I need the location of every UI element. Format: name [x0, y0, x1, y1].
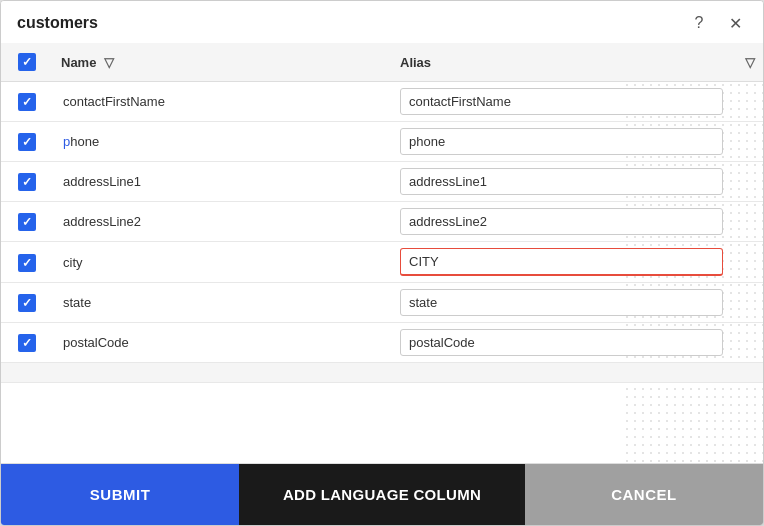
row-checkbox[interactable]	[18, 93, 36, 111]
header-actions: ? ✕	[687, 11, 747, 35]
alias-input[interactable]	[400, 88, 723, 115]
table-scroll[interactable]: Name ▽ Alias ▽ contactFirstNamephoneaddr…	[1, 43, 763, 463]
row-checkbox[interactable]	[18, 294, 36, 312]
row-name: phone	[53, 122, 392, 162]
row-name: postalCode	[53, 323, 392, 363]
table-row: state	[1, 283, 763, 323]
submit-button[interactable]: SUBMIT	[1, 464, 239, 525]
alias-input[interactable]	[400, 248, 723, 276]
row-name: addressLine1	[53, 162, 392, 202]
close-button[interactable]: ✕	[723, 11, 747, 35]
row-checkbox[interactable]	[18, 173, 36, 191]
table-row: addressLine1	[1, 162, 763, 202]
partial-row	[1, 363, 763, 383]
table-container: Name ▽ Alias ▽ contactFirstNamephoneaddr…	[1, 43, 763, 463]
dialog: customers ? ✕	[0, 0, 764, 526]
name-filter-icon[interactable]: ▽	[104, 55, 114, 70]
row-checkbox[interactable]	[18, 133, 36, 151]
row-alias-cell	[392, 82, 731, 122]
dialog-header: customers ? ✕	[1, 1, 763, 43]
row-name: city	[53, 242, 392, 283]
row-alias-cell	[392, 323, 731, 363]
alias-input[interactable]	[400, 168, 723, 195]
row-alias-cell	[392, 122, 731, 162]
row-checkbox[interactable]	[18, 213, 36, 231]
dialog-footer: SUBMIT ADD LANGUAGE COLUMN CANCEL	[1, 463, 763, 525]
alias-input[interactable]	[400, 208, 723, 235]
alias-input[interactable]	[400, 128, 723, 155]
row-alias-cell	[392, 242, 731, 283]
row-checkbox[interactable]	[18, 334, 36, 352]
row-alias-cell	[392, 162, 731, 202]
cancel-button[interactable]: CANCEL	[525, 464, 763, 525]
table-row: postalCode	[1, 323, 763, 363]
row-alias-cell	[392, 283, 731, 323]
dialog-title: customers	[17, 14, 98, 32]
row-name: addressLine2	[53, 202, 392, 242]
row-name: state	[53, 283, 392, 323]
col-header-name: Name ▽	[53, 43, 392, 82]
table-row: addressLine2	[1, 202, 763, 242]
alias-input[interactable]	[400, 289, 723, 316]
add-language-column-button[interactable]: ADD LANGUAGE COLUMN	[239, 464, 525, 525]
columns-table: Name ▽ Alias ▽ contactFirstNamephoneaddr…	[1, 43, 763, 383]
table-row: contactFirstName	[1, 82, 763, 122]
row-name: contactFirstName	[53, 82, 392, 122]
alias-input[interactable]	[400, 329, 723, 356]
col-header-alias: Alias	[392, 43, 731, 82]
row-alias-cell	[392, 202, 731, 242]
row-checkbox[interactable]	[18, 254, 36, 272]
table-row: city	[1, 242, 763, 283]
alias-filter-icon[interactable]: ▽	[745, 55, 755, 70]
table-row: phone	[1, 122, 763, 162]
select-all-checkbox[interactable]	[18, 53, 36, 71]
help-button[interactable]: ?	[687, 11, 711, 35]
